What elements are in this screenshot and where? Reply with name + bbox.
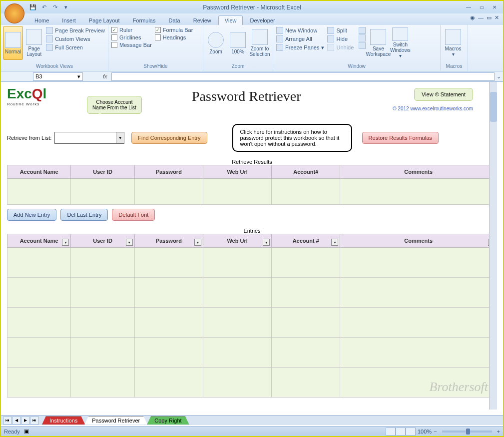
name-box[interactable]: B3▾ — [33, 72, 83, 81]
macro-record-icon[interactable]: ▣ — [24, 428, 29, 435]
gridlines-checkbox[interactable]: Gridlines — [111, 34, 152, 40]
macros-button[interactable]: Macros ▾ — [443, 26, 464, 60]
cell[interactable] — [7, 278, 71, 308]
cell[interactable] — [134, 308, 203, 338]
col-account-name[interactable]: Account Name▼ — [7, 234, 71, 248]
hide-button[interactable]: Hide — [327, 35, 354, 42]
page-layout-view-icon[interactable] — [396, 428, 406, 436]
custom-views-button[interactable]: Custom Views — [46, 35, 105, 42]
cell[interactable] — [7, 308, 71, 338]
full-screen-button[interactable]: Full Screen — [46, 44, 105, 51]
del-last-entry-button[interactable]: Del Last Entry — [60, 209, 108, 221]
sheet-tab-instructions[interactable]: Instructions — [42, 416, 85, 425]
office-button[interactable] — [4, 3, 24, 23]
filter-icon[interactable]: ▼ — [194, 239, 201, 246]
freeze-panes-button[interactable]: Freeze Panes ▾ — [276, 44, 324, 51]
col-user-id[interactable]: User ID▼ — [71, 234, 134, 248]
ruler-checkbox[interactable]: Ruler — [111, 27, 152, 33]
cell[interactable] — [340, 179, 497, 205]
col-password[interactable]: Password▼ — [134, 234, 203, 248]
cell[interactable] — [134, 179, 203, 205]
tab-formulas[interactable]: Formulas — [127, 16, 162, 25]
view-side-icon[interactable] — [359, 27, 366, 34]
col-account-num[interactable]: Account #▼ — [272, 234, 340, 248]
normal-view-button[interactable]: Normal — [3, 26, 23, 60]
minimize-button[interactable]: — — [463, 3, 475, 11]
zoom-selection-button[interactable]: Zoom to Selection — [249, 26, 270, 60]
cell[interactable] — [71, 308, 134, 338]
tab-home[interactable]: Home — [28, 16, 55, 25]
filter-icon[interactable]: ▼ — [126, 239, 133, 246]
page-layout-view-button[interactable]: Page Layout — [24, 26, 44, 60]
col-web-url[interactable]: Web Url▼ — [203, 234, 271, 248]
cell[interactable] — [203, 248, 271, 278]
cell[interactable] — [272, 368, 340, 398]
save-workspace-button[interactable]: Save Workspace — [368, 26, 389, 60]
cell[interactable] — [203, 308, 271, 338]
sheet-tab-password-retriever[interactable]: Password Retriever — [84, 416, 147, 425]
maximize-button[interactable]: ▭ — [476, 3, 488, 11]
cell[interactable] — [203, 179, 271, 205]
expand-formula-icon[interactable]: ⌄ — [497, 73, 501, 80]
save-icon[interactable]: 💾 — [28, 3, 37, 12]
cell[interactable] — [272, 308, 340, 338]
tab-view[interactable]: View — [218, 15, 243, 25]
cell[interactable] — [134, 278, 203, 308]
cell[interactable] — [272, 179, 340, 205]
unhide-button[interactable]: Unhide — [327, 44, 354, 51]
zoom-slider[interactable] — [442, 431, 492, 433]
cell[interactable] — [272, 278, 340, 308]
cell[interactable] — [71, 248, 134, 278]
scrollbar-thumb[interactable] — [490, 92, 497, 122]
default-font-button[interactable]: Default Font — [112, 209, 155, 221]
tab-nav-prev[interactable]: ◀ — [12, 417, 21, 425]
tab-nav-last[interactable]: ⏭ — [30, 417, 39, 425]
tab-review[interactable]: Review — [187, 16, 217, 25]
cell[interactable] — [340, 368, 497, 398]
tab-nav-next[interactable]: ▶ — [21, 417, 30, 425]
undo-icon[interactable]: ↶ — [39, 3, 48, 12]
cell[interactable] — [7, 338, 71, 368]
tab-developer[interactable]: Developer — [244, 16, 281, 25]
cell[interactable] — [7, 368, 71, 398]
normal-view-icon[interactable] — [386, 428, 396, 436]
cell[interactable] — [340, 308, 497, 338]
zoom-button[interactable]: Zoom — [205, 26, 226, 60]
help-icon[interactable]: ◉ — [470, 14, 475, 21]
headings-checkbox[interactable]: Headings — [155, 34, 193, 40]
cell[interactable] — [71, 278, 134, 308]
filter-icon[interactable]: ▼ — [331, 239, 338, 246]
close-button[interactable]: ✕ — [489, 3, 501, 11]
switch-windows-button[interactable]: Switch Windows ▾ — [390, 26, 411, 60]
zoom-level[interactable]: 100% — [418, 429, 432, 435]
chevron-down-icon[interactable]: ▼ — [116, 132, 124, 143]
cell[interactable] — [71, 368, 134, 398]
retrieve-combo[interactable]: ▼ — [54, 132, 124, 144]
cell[interactable] — [340, 278, 497, 308]
zoom-slider-thumb[interactable] — [466, 429, 470, 435]
cell[interactable] — [7, 179, 71, 205]
col-comments[interactable]: Comments▼ — [340, 234, 497, 248]
cell[interactable] — [340, 248, 497, 278]
arrange-all-button[interactable]: Arrange All — [276, 35, 324, 42]
cell[interactable] — [134, 368, 203, 398]
cell[interactable] — [203, 338, 271, 368]
tab-page-layout[interactable]: Page Layout — [83, 16, 126, 25]
cell[interactable] — [272, 248, 340, 278]
doc-minimize-button[interactable]: — — [478, 14, 484, 21]
fx-icon[interactable]: fx — [103, 73, 107, 79]
cell[interactable] — [203, 368, 271, 398]
cell[interactable] — [134, 248, 203, 278]
vertical-scrollbar[interactable] — [489, 82, 497, 410]
view-statement-button[interactable]: View © Statement — [414, 88, 473, 101]
tab-data[interactable]: Data — [162, 16, 186, 25]
cell[interactable] — [71, 338, 134, 368]
qat-dropdown-icon[interactable]: ▾ — [61, 3, 70, 12]
add-new-entry-button[interactable]: Add New Entry — [7, 209, 56, 221]
restore-formulas-button[interactable]: Restore Results Formulas — [362, 132, 439, 144]
sheet-tab-copyright[interactable]: Copy Right — [147, 416, 189, 425]
find-entry-button[interactable]: Find Corresponding Entry — [131, 132, 207, 144]
cell[interactable] — [134, 338, 203, 368]
filter-icon[interactable]: ▼ — [62, 239, 69, 246]
instructions-box[interactable]: Click here for instructions on how to pa… — [232, 124, 352, 152]
